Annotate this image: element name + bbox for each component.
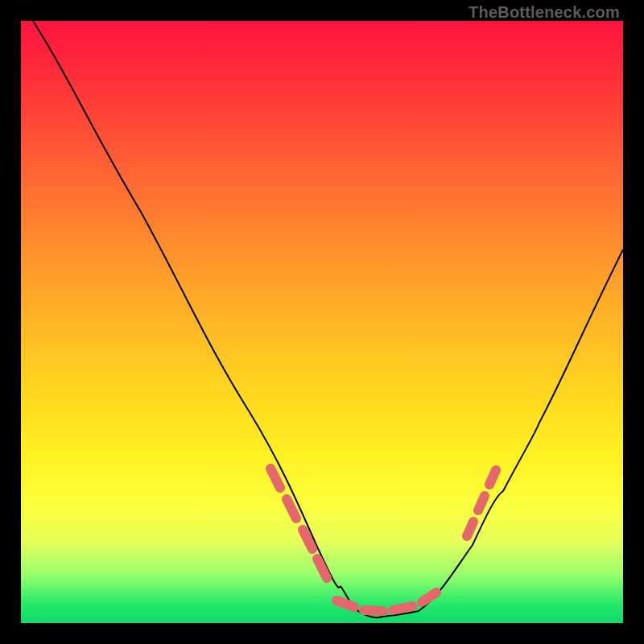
valley-floor-mark xyxy=(393,606,412,610)
plot-area xyxy=(21,21,623,623)
chart-frame: TheBottleneck.com xyxy=(0,0,644,644)
left-descent-mark xyxy=(270,469,280,488)
left-descent-mark xyxy=(317,559,327,578)
right-ascent-mark xyxy=(467,522,473,536)
chart-overlay xyxy=(21,21,623,623)
left-descent-mark xyxy=(287,499,296,518)
valley-floor-mark xyxy=(364,610,383,611)
watermark-text: TheBottleneck.com xyxy=(469,3,620,22)
valley-floor-mark xyxy=(336,601,354,607)
highlight-marks xyxy=(270,469,496,611)
right-ascent-mark xyxy=(478,496,485,510)
bottleneck-curve xyxy=(33,21,623,617)
valley-floor-mark xyxy=(422,592,436,602)
right-ascent-mark xyxy=(489,470,496,485)
